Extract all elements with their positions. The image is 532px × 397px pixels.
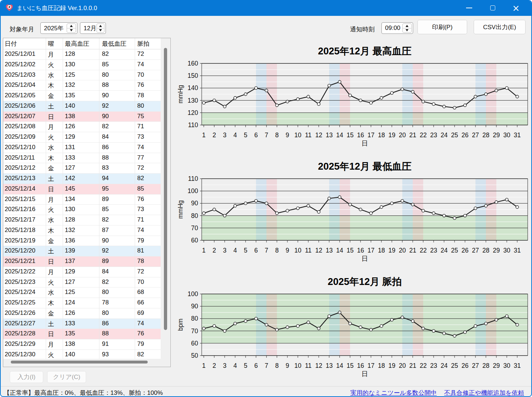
svg-text:70: 70 [191, 224, 198, 232]
request-link[interactable]: 不具合修正や機能追加を依頼 [444, 389, 524, 396]
data-point [286, 100, 289, 103]
month-decrement-button[interactable] [97, 28, 104, 33]
cell-youbi: 火 [48, 61, 54, 69]
horizontal-scrollbar[interactable] [11, 361, 148, 363]
table-row[interactable]: 2025/12/29月1389179 [3, 339, 161, 350]
svg-text:18: 18 [378, 362, 385, 369]
data-point [401, 88, 404, 91]
svg-text:28: 28 [482, 362, 489, 369]
table-row[interactable]: 2025/12/07日1389075 [3, 112, 161, 122]
table-row[interactable]: 2025/12/10水1318674 [3, 143, 161, 153]
table-row[interactable]: 2025/12/11木1338877 [3, 153, 161, 164]
csv-export-button[interactable]: CSV出力(E) [474, 20, 526, 34]
table-header: 日付 曜 最高血圧 最低血圧 脈拍 [3, 38, 161, 49]
table-row[interactable]: 2025/12/28日1358876 [3, 329, 161, 339]
table-row[interactable]: 2025/12/27土1338674 [3, 319, 161, 329]
svg-text:11: 11 [305, 362, 312, 369]
table-row[interactable]: 2025/12/26金1268069 [3, 308, 161, 319]
svg-text:14: 14 [336, 247, 343, 254]
minimize-button[interactable] [457, 0, 481, 16]
data-point [370, 212, 372, 215]
clear-button[interactable]: クリア(C) [47, 371, 86, 383]
table-row[interactable]: 2025/12/04木1328876 [3, 80, 161, 91]
down-arrow-icon [99, 29, 102, 31]
table-row[interactable]: 2025/12/09火1298473 [3, 132, 161, 143]
records-table: 日付 曜 最高血圧 最低血圧 脈拍 2025/12/01月12882722025… [3, 38, 171, 367]
month-spinbox[interactable]: 12月 [80, 22, 106, 34]
table-row[interactable]: 2025/12/30火1409382 [3, 350, 161, 359]
table-row[interactable]: 2025/12/13土1429482 [3, 174, 161, 184]
data-point [474, 325, 477, 327]
table-row[interactable]: 2025/12/24水1258068 [3, 287, 161, 298]
notify-time-spinbox[interactable]: 09:00 [381, 22, 413, 34]
month-increment-button[interactable] [97, 24, 104, 28]
data-point [328, 315, 331, 318]
svg-text:16: 16 [357, 131, 364, 139]
cell-sys: 145 [65, 185, 75, 192]
table-row[interactable]: 2025/12/23火1278270 [3, 277, 161, 288]
cell-dia: 90 [102, 92, 109, 99]
table-row[interactable]: 2025/12/18木1328774 [3, 226, 161, 236]
table-row[interactable]: 2025/12/22月1298472 [3, 267, 161, 277]
cell-sys: 126 [65, 309, 75, 317]
table-row[interactable]: 2025/12/03水1258070 [3, 70, 161, 81]
close-button[interactable]: × [504, 0, 528, 16]
table-row[interactable]: 2025/12/05金1359078 [3, 91, 161, 101]
cell-pulse: 71 [137, 216, 144, 223]
time-decrement-button[interactable] [403, 28, 411, 33]
print-button[interactable]: 印刷(P) [417, 20, 467, 34]
tools-link[interactable]: 実用的なミニツール多数公開中 [350, 389, 437, 396]
year-spinbox[interactable]: 2025年 [40, 22, 77, 34]
svg-text:4: 4 [233, 362, 237, 369]
table-row[interactable]: 2025/12/08月1268271 [3, 122, 161, 132]
svg-text:mmHg: mmHg [177, 85, 184, 104]
maximize-button[interactable] [481, 0, 504, 16]
svg-text:4: 4 [233, 247, 237, 254]
table-row[interactable]: 2025/12/15月1348976 [3, 195, 161, 205]
cell-dia: 90 [102, 113, 109, 120]
cell-pulse: 68 [137, 289, 144, 296]
svg-text:6: 6 [254, 362, 258, 369]
table-row[interactable]: 2025/12/25木1247866 [3, 298, 161, 308]
table-row[interactable]: 2025/12/20土1399281 [3, 246, 161, 257]
data-point [359, 208, 362, 211]
table-row[interactable]: 2025/12/12金1278372 [3, 163, 161, 174]
time-increment-button[interactable] [403, 24, 411, 28]
cell-youbi: 金 [48, 164, 54, 173]
table-row[interactable]: 2025/12/21日1378978 [3, 257, 161, 267]
data-point [390, 92, 393, 94]
cell-dia: 88 [102, 81, 109, 89]
cell-sys: 128 [65, 50, 75, 58]
svg-text:9: 9 [286, 131, 289, 139]
year-increment-button[interactable] [67, 24, 76, 28]
data-point [307, 95, 310, 98]
vertical-scrollbar[interactable] [164, 48, 167, 330]
table-row[interactable]: 2025/12/16火1308573 [3, 205, 161, 215]
cell-date: 2025/12/03 [5, 71, 35, 79]
svg-text:26: 26 [461, 247, 468, 254]
data-point [276, 104, 278, 107]
data-point [265, 324, 268, 326]
cell-sys: 134 [65, 196, 75, 203]
year-decrement-button[interactable] [67, 28, 76, 33]
table-row[interactable]: 2025/12/06土1409280 [3, 101, 161, 112]
svg-text:70: 70 [191, 327, 198, 335]
table-row[interactable]: 2025/12/14日1459585 [3, 184, 161, 195]
cell-youbi: 水 [48, 71, 54, 80]
table-row[interactable]: 2025/12/17水1288271 [3, 215, 161, 226]
titlebar: まいにち血圧記録 Ver.1.0.0.0 × [0, 0, 532, 16]
cell-youbi: 月 [48, 196, 54, 204]
maximize-icon [490, 5, 495, 10]
table-row[interactable]: 2025/12/19金1369079 [3, 236, 161, 246]
input-button[interactable]: 入力(I) [10, 371, 43, 383]
svg-text:27: 27 [472, 131, 479, 139]
target-month-label: 対象年月 [10, 25, 34, 34]
data-point [234, 97, 237, 99]
cell-dia: 80 [102, 71, 109, 79]
svg-text:1: 1 [202, 362, 206, 369]
cell-date: 2025/12/05 [5, 92, 35, 99]
table-row[interactable]: 2025/12/02火1308574 [3, 60, 161, 70]
data-point [516, 95, 519, 98]
table-row[interactable]: 2025/12/01月1288272 [3, 49, 161, 60]
statusbar-separator [1, 386, 531, 387]
